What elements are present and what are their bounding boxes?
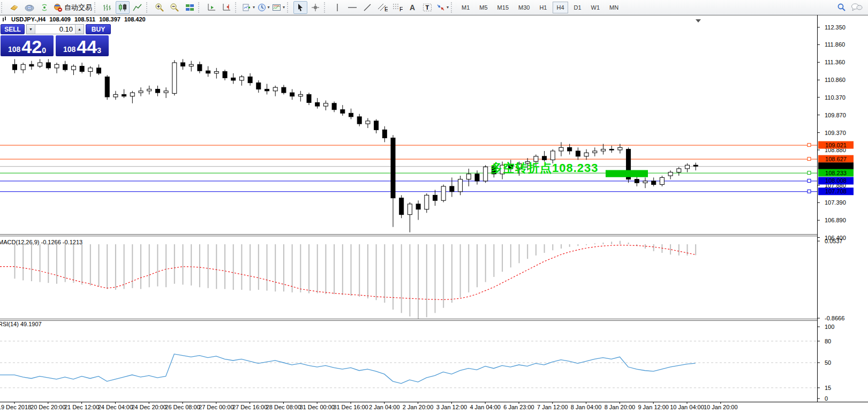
volume-increase-button[interactable]: ▲	[75, 25, 84, 34]
templates-button[interactable]: ▾	[271, 1, 285, 14]
toolbar-grip	[287, 2, 292, 13]
timeframe-m30[interactable]: M30	[515, 2, 533, 13]
chart-window-icon[interactable]	[22, 1, 36, 14]
highlight-box[interactable]	[606, 170, 648, 177]
time-axis-label: 26 Dec 08:00	[165, 404, 200, 410]
macd-indicator-label: MACD(12,26,9) -0.1266 -0.1213	[0, 239, 82, 245]
chart-annotation-text[interactable]: 多空转折点108.233	[490, 160, 599, 176]
toolbar-grip	[324, 2, 329, 13]
line-chart-icon[interactable]	[131, 1, 145, 14]
line-handle[interactable]	[807, 190, 811, 193]
chart-dropdown-arrow-icon[interactable]	[696, 19, 701, 22]
text-label-icon[interactable]: T	[420, 1, 434, 14]
auto-scroll-icon[interactable]	[205, 1, 218, 14]
rsi-axis-label: 15	[825, 385, 831, 391]
chart-icon	[2, 17, 7, 22]
cursor-icon[interactable]	[293, 1, 307, 14]
line-handle[interactable]	[807, 171, 811, 175]
timeframe-h1[interactable]: H1	[535, 2, 550, 13]
trendline-icon[interactable]	[360, 1, 374, 14]
auto-trading-button[interactable]: 自动交易	[52, 1, 93, 14]
time-axis-label: 8 Jan 20:00	[605, 404, 636, 410]
time-axis-label: 24 Dec 20:00	[131, 404, 166, 410]
line-handle[interactable]	[807, 179, 811, 182]
time-axis-label: 20 Dec 20:00	[31, 404, 65, 410]
time-axis-label: 31 Dec 16:00	[333, 404, 368, 410]
auto-trading-label: 自动交易	[64, 3, 92, 12]
macd-signal-line	[0, 245, 696, 300]
macd-axis-label: -0.8666	[825, 315, 844, 321]
vertical-line-icon[interactable]	[330, 1, 344, 14]
zoom-in-icon[interactable]	[153, 1, 167, 14]
time-axis-label: 9 Jan 12:00	[638, 404, 669, 410]
timeframe-m15[interactable]: M15	[494, 2, 512, 13]
fibonacci-icon[interactable]: F	[390, 1, 404, 14]
chart-shift-icon[interactable]	[220, 1, 233, 14]
time-axis-label: 27 Dec 00:00	[199, 404, 233, 410]
toolbar-grip	[94, 2, 99, 13]
crosshair-icon[interactable]	[308, 1, 322, 14]
one-click-trading-panel: SELL ▼ ▲ BUY 108 42 0 108 44 3	[1, 24, 111, 56]
candlestick-chart-icon[interactable]	[116, 1, 130, 14]
chat-icon[interactable]	[850, 1, 864, 14]
price-tag-label: 109.021	[825, 142, 847, 148]
candlesticks	[13, 59, 698, 232]
line-handle[interactable]	[807, 157, 811, 161]
quote-low: 108.397	[99, 16, 120, 22]
time-axis-label: 7 Jan 12:00	[537, 404, 568, 410]
label-tool-glyph: T	[426, 4, 429, 11]
symbol-period: USDJPY-,H4	[11, 16, 46, 22]
volume-input[interactable]	[35, 25, 75, 34]
timeframe-h4[interactable]: H4	[553, 2, 568, 13]
timeframe-d1[interactable]: D1	[570, 2, 585, 13]
new-order-icon[interactable]	[7, 1, 21, 14]
horizontal-line-icon[interactable]	[345, 1, 359, 14]
rsi-axis-label: 100	[825, 324, 834, 330]
price-tick-label: 109.370	[825, 130, 846, 136]
timeframe-m1[interactable]: M1	[458, 2, 473, 13]
timeframe-mn[interactable]: MN	[606, 2, 622, 13]
toolbar-grip	[146, 2, 151, 13]
line-handle[interactable]	[807, 144, 811, 147]
indicators-button[interactable]: ▾	[241, 1, 255, 14]
sell-price-pip: 0	[42, 46, 46, 55]
tile-windows-icon[interactable]	[183, 1, 197, 14]
bar-chart-icon[interactable]	[101, 1, 115, 14]
channel-icon[interactable]: E	[375, 1, 389, 14]
signals-icon[interactable]	[37, 1, 51, 14]
text-icon[interactable]: A	[405, 1, 419, 14]
buy-button[interactable]: BUY	[86, 24, 111, 34]
buy-price-pip: 3	[97, 46, 101, 55]
zoom-out-icon[interactable]	[168, 1, 182, 14]
search-icon[interactable]	[835, 1, 849, 14]
time-axis-label: 8 Jan 04:00	[571, 404, 602, 410]
periods-button[interactable]: ▾	[256, 1, 270, 14]
price-tick-label: 111.360	[825, 59, 845, 65]
sell-price-handle: 108	[8, 44, 20, 55]
timeframe-w1[interactable]: W1	[587, 2, 604, 13]
toolbar-grip	[198, 2, 203, 13]
time-axis-label: 28 Dec 08:00	[266, 404, 301, 410]
quote-close: 108.420	[124, 16, 146, 22]
time-axis-label: 2 Jan 20:00	[403, 404, 434, 410]
volume-decrease-button[interactable]: ▼	[27, 25, 35, 34]
arrows-icon[interactable]: ▾	[435, 1, 449, 14]
toolbar-grip	[451, 2, 456, 13]
price-tick-label: 110.370	[825, 94, 846, 101]
sell-price-box[interactable]: 108 42 0	[1, 35, 54, 56]
fibo-glyph: F	[399, 6, 403, 12]
buy-price-box[interactable]: 108 44 3	[56, 35, 109, 56]
price-level-lines	[0, 145, 817, 192]
chevron-down-icon: ▾	[268, 5, 270, 10]
timeframe-bar: M1M5M15M30H1H4D1W1MN	[457, 2, 623, 13]
time-axis-label: 31 Dec 00:00	[299, 404, 334, 410]
sell-button[interactable]: SELL	[1, 24, 25, 34]
macd-histogram	[15, 241, 696, 319]
price-tag-label: 108.233	[825, 170, 847, 176]
buy-price-big: 44	[77, 39, 97, 55]
timeframe-m5[interactable]: M5	[475, 2, 491, 13]
price-tag-label: 108.627	[825, 156, 847, 162]
price-chart-canvas[interactable]: 112.350111.860111.360110.860110.370109.8…	[0, 0, 868, 413]
time-axis-label: 3 Jan 12:00	[436, 404, 467, 410]
chevron-down-icon: ▾	[253, 5, 255, 10]
